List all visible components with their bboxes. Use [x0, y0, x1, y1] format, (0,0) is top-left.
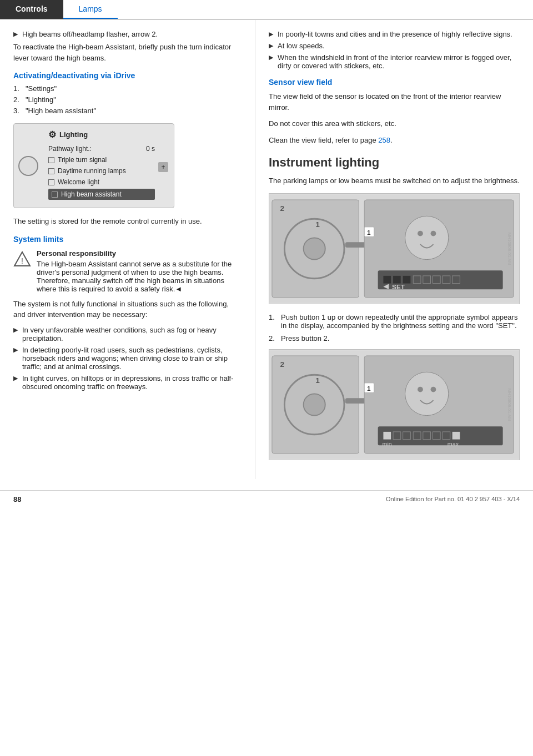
daytime-checkbox[interactable] — [48, 168, 54, 174]
right-arrow-1: ▶ — [269, 31, 273, 38]
sensor-heading: Sensor view field — [269, 78, 520, 87]
instrument-step-num-1: 1. — [269, 313, 281, 330]
sensor-page-link[interactable]: 258 — [378, 136, 390, 144]
instrument-diagram-1: 2 1 — [269, 194, 519, 304]
warning-box: ! Personal responsibility The High-beam … — [13, 249, 242, 293]
instrument-step-text-1: Push button 1 up or down repeatedly unti… — [281, 313, 520, 330]
instrument-image-1: 2 1 — [269, 193, 520, 304]
limit-item-1: ▶ In very unfavorable weather conditions… — [13, 326, 242, 342]
step-text-2: "Lighting" — [26, 95, 56, 104]
instrument-lighting-heading: Instrument lighting — [269, 155, 520, 170]
activating-heading: Activating/deactivating via iDrive — [13, 71, 242, 80]
svg-rect-16 — [403, 275, 411, 283]
left-column: ▶ High beams off/headlamp flasher, arrow… — [0, 20, 255, 479]
svg-text:SET: SET — [392, 283, 405, 290]
svg-rect-46 — [452, 431, 460, 439]
svg-point-11 — [418, 230, 423, 236]
triple-checkbox[interactable] — [48, 157, 54, 163]
idrive-knob[interactable] — [18, 156, 38, 176]
high-beam-checkbox[interactable] — [52, 191, 58, 198]
limit-text-1: In very unfavorable weather conditions, … — [22, 326, 242, 342]
idrive-title: ⚙ Lighting — [48, 129, 155, 140]
page-number: 88 — [13, 495, 21, 503]
instrument-step-num-2: 2. — [269, 334, 281, 342]
svg-text:2: 2 — [280, 204, 285, 212]
idrive-row-daytime: Daytime running lamps — [48, 167, 155, 175]
svg-point-37 — [431, 386, 436, 392]
pathway-value: 0 s — [146, 145, 155, 153]
header-tabs: Controls Lamps — [0, 0, 533, 20]
daytime-label: Daytime running lamps — [48, 167, 126, 175]
step-num-1: 1. — [13, 84, 26, 93]
sensor-text-2: Do not cover this area with stickers, et… — [269, 118, 520, 129]
tab-controls[interactable]: Controls — [0, 0, 63, 19]
svg-text:!: ! — [21, 256, 23, 265]
svg-rect-15 — [393, 275, 401, 283]
right-arrow-2: ▶ — [269, 42, 273, 49]
idrive-screenshot: ⚙ Lighting Pathway light.: 0 s Triple tu… — [13, 118, 242, 216]
idrive-menu: ⚙ Lighting Pathway light.: 0 s Triple tu… — [48, 129, 155, 202]
high-beam-label: High beam assistant — [52, 190, 122, 198]
svg-text:MH10809.01.AM: MH10809.01.AM — [507, 232, 512, 265]
right-arrow-3: ▶ — [269, 54, 273, 61]
right-limit-3: ▶ When the windshield in front of the in… — [269, 53, 520, 70]
footer: 88 Online Edition for Part no. 01 40 2 9… — [0, 490, 533, 508]
limit-arrow-1: ▶ — [13, 326, 18, 334]
right-limit-1: ▶ In poorly-lit towns and cities and in … — [269, 30, 520, 38]
instrument-diagram-2: 2 1 min max — [269, 350, 519, 460]
idrive-plus-button[interactable]: + — [158, 162, 168, 172]
step-item-3: 3. "High beam assistant" — [13, 107, 242, 115]
svg-text:min: min — [382, 441, 391, 447]
svg-text:1: 1 — [315, 220, 320, 228]
system-limits-heading: System limits — [13, 235, 242, 244]
system-not-functional-text: The system is not fully functional in si… — [13, 299, 242, 320]
right-limit-text-1: In poorly-lit towns and cities and in th… — [278, 30, 520, 38]
warning-text-area: Personal responsibility The High-beam As… — [37, 249, 242, 293]
svg-point-35 — [405, 372, 449, 415]
step-num-3: 3. — [13, 107, 26, 115]
idrive-row-high-beam: High beam assistant — [48, 189, 155, 200]
tab-lamps[interactable]: Lamps — [63, 0, 118, 19]
instrument-image-2: 2 1 min max — [269, 349, 520, 460]
idrive-row-pathway: Pathway light.: 0 s — [48, 144, 155, 153]
limit-arrow-2: ▶ — [13, 346, 18, 354]
limit-item-2: ▶ In detecting poorly-lit road users, su… — [13, 346, 242, 371]
reactivate-text: To reactivate the High-beam Assistant, b… — [13, 42, 242, 63]
bullet-text-1: High beams off/headlamp flasher, arrow 2… — [22, 30, 242, 38]
limit-item-3: ▶ In tight curves, on hilltops or in dep… — [13, 374, 242, 391]
svg-text:MH10809.01.AM: MH10809.01.AM — [507, 388, 512, 421]
svg-text:max: max — [447, 441, 459, 447]
instrument-step-text-2: Press button 2. — [281, 334, 329, 342]
idrive-row-triple: Triple turn signal — [48, 155, 155, 164]
svg-text:1: 1 — [315, 376, 320, 384]
step-item-2: 2. "Lighting" — [13, 95, 242, 104]
svg-point-36 — [418, 386, 423, 392]
instrument-step-1: 1. Push button 1 up or down repeatedly u… — [269, 313, 520, 330]
triple-label: Triple turn signal — [48, 156, 107, 164]
idrive-plus-area: + — [158, 160, 168, 172]
welcome-checkbox[interactable] — [48, 179, 54, 185]
main-content: ▶ High beams off/headlamp flasher, arrow… — [0, 20, 533, 479]
settings-icon: ⚙ — [48, 129, 56, 140]
welcome-label: Welcome light — [48, 178, 99, 186]
svg-text:2: 2 — [280, 360, 285, 368]
idrive-knob-area — [18, 156, 44, 176]
sensor-text-3: Clean the view field, refer to page 258. — [269, 135, 520, 146]
svg-rect-39 — [383, 431, 391, 439]
limit-text-3: In tight curves, on hilltops or in depre… — [22, 374, 242, 391]
right-limit-text-2: At low speeds. — [278, 42, 520, 50]
svg-rect-14 — [383, 275, 391, 283]
svg-point-5 — [304, 238, 325, 259]
step-text-3: "High beam assistant" — [26, 107, 96, 115]
bullet-arrow-icon: ▶ — [13, 31, 18, 38]
limit-text-2: In detecting poorly-lit road users, such… — [22, 346, 242, 371]
warning-icon: ! — [13, 250, 31, 268]
pathway-label: Pathway light.: — [48, 145, 92, 153]
idrive-row-welcome: Welcome light — [48, 178, 155, 187]
footer-info: Online Edition for Part no. 01 40 2 957 … — [386, 496, 520, 502]
warning-body: The High-beam Assistant cannot serve as … — [37, 260, 232, 293]
warning-title: Personal responsibility — [37, 249, 242, 258]
svg-text:1: 1 — [367, 228, 371, 235]
svg-point-10 — [405, 216, 449, 259]
right-limit-text-3: When the windshield in front of the inte… — [278, 53, 520, 70]
